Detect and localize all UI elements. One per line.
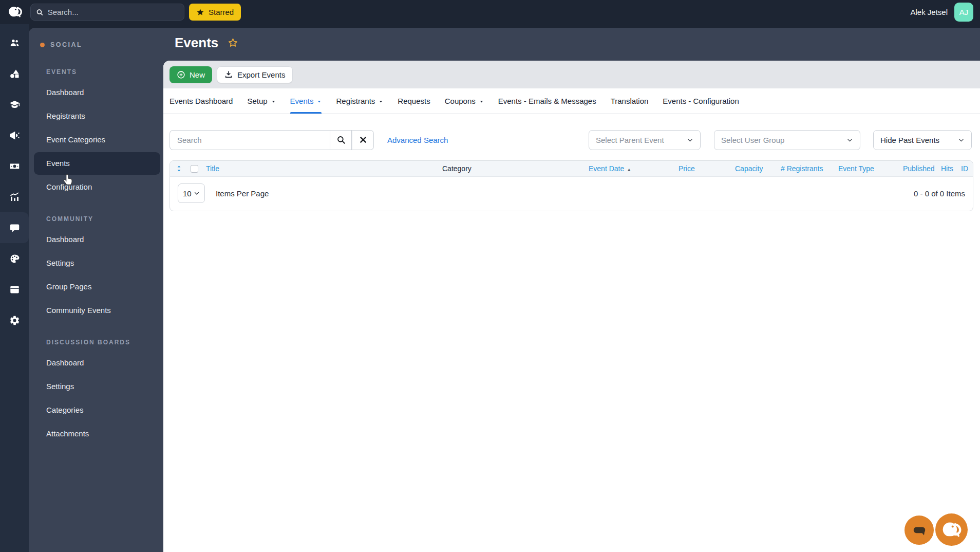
sidebar-item-configuration[interactable]: Configuration bbox=[34, 176, 160, 198]
tab-events-dashboard[interactable]: Events Dashboard bbox=[169, 88, 233, 114]
caret-down-icon bbox=[271, 99, 276, 104]
search-submit-button[interactable] bbox=[330, 130, 352, 150]
column-header-published[interactable]: Published bbox=[903, 164, 941, 173]
chevron-down-icon bbox=[958, 137, 965, 143]
new-button[interactable]: New bbox=[169, 66, 212, 83]
sidebar-item-boards-settings[interactable]: Settings bbox=[34, 375, 160, 398]
global-search-input[interactable] bbox=[48, 8, 179, 16]
items-count: 0 - 0 of 0 Items bbox=[914, 189, 965, 198]
column-header-title[interactable]: Title bbox=[206, 164, 442, 173]
elephant-logo-icon bbox=[7, 4, 24, 21]
page-title: Events bbox=[175, 35, 218, 51]
chat-widget-button[interactable] bbox=[904, 516, 934, 545]
column-header-registrants[interactable]: # Registrants bbox=[781, 164, 838, 173]
new-button-label: New bbox=[190, 70, 205, 79]
select-past-events[interactable]: Hide Past Events bbox=[873, 130, 972, 150]
sidebar-item-boards-dashboard[interactable]: Dashboard bbox=[34, 352, 160, 374]
rail-megaphone-icon[interactable] bbox=[0, 120, 29, 151]
user-name[interactable]: Alek Jetsel bbox=[910, 8, 948, 16]
tab-translation[interactable]: Translation bbox=[611, 88, 649, 114]
tab-coupons[interactable]: Coupons bbox=[445, 88, 484, 114]
tab-bar: Events Dashboard Setup Events Registrant… bbox=[163, 88, 980, 114]
search-icon bbox=[36, 8, 44, 16]
sidebar-item-registrants[interactable]: Registrants bbox=[34, 105, 160, 127]
brand-label: SOCIAL bbox=[50, 41, 82, 48]
tab-events-configuration[interactable]: Events - Configuration bbox=[663, 88, 739, 114]
sort-asc-icon: ▲ bbox=[627, 167, 631, 172]
sidebar-item-community-settings[interactable]: Settings bbox=[34, 252, 160, 274]
sidebar-item-event-categories[interactable]: Event Categories bbox=[34, 128, 160, 151]
pagination-row: 10 Items Per Page 0 - 0 of 0 Items bbox=[170, 177, 973, 211]
rail-users-icon[interactable] bbox=[0, 27, 29, 58]
sidebar-brand: SOCIAL bbox=[29, 38, 163, 51]
tab-events[interactable]: Events bbox=[290, 88, 322, 114]
starred-button[interactable]: Starred bbox=[189, 4, 241, 21]
tab-setup[interactable]: Setup bbox=[247, 88, 275, 114]
sidebar-item-community-events[interactable]: Community Events bbox=[34, 299, 160, 322]
sidebar-item-boards-categories[interactable]: Categories bbox=[34, 399, 160, 421]
advanced-search-link[interactable]: Advanced Search bbox=[387, 136, 448, 144]
clear-search-button[interactable] bbox=[352, 130, 374, 150]
section-title-discussion-boards: DISCUSSION BOARDS bbox=[29, 338, 163, 346]
section-title-community: COMMUNITY bbox=[29, 215, 163, 223]
items-per-page-label: Items Per Page bbox=[216, 189, 269, 198]
elephant-mascot-button[interactable] bbox=[935, 513, 968, 546]
toolbar: New Export Events bbox=[163, 61, 980, 88]
tab-registrants[interactable]: Registrants bbox=[336, 88, 383, 114]
export-events-button[interactable]: Export Events bbox=[217, 66, 293, 83]
favorite-star-icon[interactable] bbox=[228, 38, 238, 48]
table-header-row: Title Category Event Date▲ Price Capacit… bbox=[170, 161, 973, 177]
select-user-group[interactable]: Select User Group bbox=[714, 130, 860, 150]
section-title-events: EVENTS bbox=[29, 68, 163, 76]
sidebar-item-attachments[interactable]: Attachments bbox=[34, 422, 160, 445]
chat-bubble-icon bbox=[912, 523, 927, 538]
plus-circle-icon bbox=[177, 70, 185, 79]
rail-settings-gear-icon[interactable] bbox=[0, 305, 29, 336]
items-per-page-select[interactable]: 10 bbox=[178, 183, 205, 203]
sort-order-icon[interactable] bbox=[170, 165, 187, 172]
sidebar-item-community-dashboard[interactable]: Dashboard bbox=[34, 228, 160, 251]
content-card: New Export Events Events Dashboard Setup… bbox=[163, 61, 980, 552]
starred-label: Starred bbox=[209, 8, 234, 16]
column-header-price[interactable]: Price bbox=[679, 164, 735, 173]
chevron-down-icon bbox=[687, 137, 693, 143]
sidebar-item-events[interactable]: Events bbox=[34, 152, 160, 175]
events-table: Title Category Event Date▲ Price Capacit… bbox=[169, 160, 973, 211]
caret-down-icon bbox=[479, 99, 484, 104]
elephant-logo-icon bbox=[938, 517, 965, 543]
caret-down-icon bbox=[379, 99, 383, 104]
search-icon bbox=[336, 135, 346, 144]
rail-analytics-icon[interactable] bbox=[0, 181, 29, 212]
export-button-label: Export Events bbox=[237, 70, 285, 79]
sidebar-item-events-dashboard[interactable]: Dashboard bbox=[34, 81, 160, 104]
avatar[interactable]: AJ bbox=[954, 3, 973, 22]
column-header-event-type[interactable]: Event Type bbox=[838, 164, 903, 173]
tab-events-emails-messages[interactable]: Events - Emails & Messages bbox=[498, 88, 596, 114]
column-header-hits[interactable]: Hits bbox=[941, 164, 961, 173]
column-header-event-date[interactable]: Event Date▲ bbox=[589, 164, 679, 173]
tab-requests[interactable]: Requests bbox=[398, 88, 430, 114]
chevron-down-icon bbox=[846, 137, 853, 143]
rail-graduation-cap-icon[interactable] bbox=[0, 89, 29, 120]
caret-down-icon bbox=[317, 99, 322, 104]
rail-chat-icon[interactable] bbox=[0, 212, 29, 243]
icon-rail bbox=[0, 24, 29, 552]
global-search bbox=[30, 4, 184, 21]
column-header-id[interactable]: ID bbox=[961, 164, 973, 173]
column-header-category: Category bbox=[442, 164, 589, 173]
events-search-input[interactable] bbox=[169, 130, 330, 150]
filter-row: Advanced Search Select Parent Event Sele… bbox=[163, 130, 980, 150]
topbar: Starred Alek Jetsel AJ bbox=[0, 0, 980, 24]
download-icon bbox=[224, 70, 233, 79]
brand-dot-icon bbox=[40, 43, 45, 47]
rail-palette-icon[interactable] bbox=[0, 243, 29, 274]
star-filled-icon bbox=[196, 8, 204, 16]
rail-shapes-icon[interactable] bbox=[0, 58, 29, 89]
column-header-capacity[interactable]: Capacity bbox=[735, 164, 781, 173]
close-icon bbox=[359, 136, 367, 144]
select-parent-event[interactable]: Select Parent Event bbox=[589, 130, 701, 150]
rail-window-icon[interactable] bbox=[0, 274, 29, 305]
rail-money-icon[interactable] bbox=[0, 151, 29, 181]
sidebar-item-group-pages[interactable]: Group Pages bbox=[34, 275, 160, 298]
select-all-checkbox[interactable] bbox=[191, 165, 198, 173]
